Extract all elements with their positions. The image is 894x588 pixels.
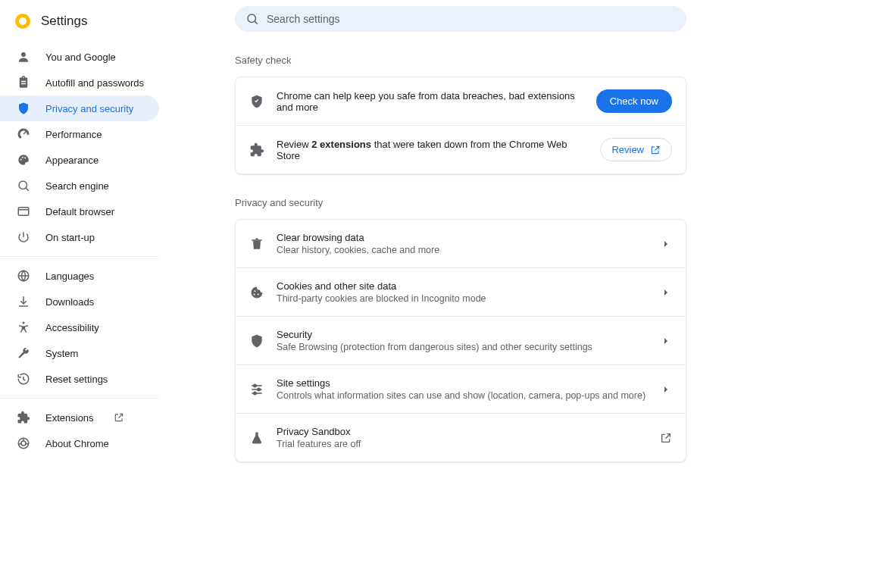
shield-icon <box>249 333 264 349</box>
privacy-row-sandbox[interactable]: Privacy SandboxTrial features are off <box>236 413 686 461</box>
sidebar-item-privacy[interactable]: Privacy and security <box>0 95 159 121</box>
sidebar-item-label: Default browser <box>45 206 114 217</box>
sidebar-item-label: Privacy and security <box>45 103 133 114</box>
svg-point-9 <box>23 322 25 324</box>
svg-point-14 <box>255 290 256 292</box>
sidebar-item-label: About Chrome <box>45 438 109 449</box>
wrench-icon <box>17 346 30 360</box>
chrome-logo-icon <box>15 14 30 29</box>
svg-point-3 <box>24 157 26 158</box>
svg-point-21 <box>258 388 260 390</box>
open-external-icon <box>114 412 124 423</box>
check-now-button[interactable]: Check now <box>596 89 672 113</box>
sidebar-item-performance[interactable]: Performance <box>0 121 159 147</box>
svg-point-20 <box>254 384 256 386</box>
search-bar[interactable] <box>235 6 686 32</box>
row-title: Site settings <box>277 377 648 389</box>
nav-separator <box>0 256 159 257</box>
row-title: Cookies and other site data <box>277 280 648 292</box>
sidebar-item-downloads[interactable]: Downloads <box>0 289 159 314</box>
privacy-section-card: Clear browsing dataClear history, cookie… <box>235 219 686 462</box>
row-subtitle: Third-party cookies are blocked in Incog… <box>277 293 648 304</box>
sidebar-item-appearance[interactable]: Appearance <box>0 147 159 173</box>
sidebar-item-label: System <box>45 348 78 359</box>
search-icon <box>245 12 259 26</box>
sidebar-item-label: Extensions <box>45 412 94 424</box>
sidebar-item-label: Appearance <box>45 155 98 166</box>
history-icon <box>17 372 30 386</box>
search-input[interactable] <box>267 13 676 25</box>
privacy-row-cookies[interactable]: Cookies and other site dataThird-party c… <box>236 267 686 316</box>
sidebar-item-label: Accessibility <box>45 322 99 333</box>
sidebar-item-startup[interactable]: On start-up <box>0 224 159 250</box>
chrome-icon <box>17 436 30 450</box>
chevron-right-icon <box>660 238 672 250</box>
svg-point-22 <box>254 392 256 394</box>
sidebar-item-reset[interactable]: Reset settings <box>0 366 159 392</box>
open-external-icon <box>650 145 661 155</box>
privacy-row-site[interactable]: Site settingsControls what information s… <box>236 364 686 413</box>
accessibility-icon <box>17 321 30 334</box>
window-icon <box>17 205 30 218</box>
sidebar-item-defaultbrowser[interactable]: Default browser <box>0 199 159 224</box>
chevron-right-icon <box>660 383 672 396</box>
sidebar-item-label: Languages <box>45 271 94 282</box>
safety-check-ext-text: Review 2 extensions that were taken down… <box>277 139 588 161</box>
safety-check-row-extensions: Review 2 extensions that were taken down… <box>236 125 686 174</box>
download-icon <box>17 295 30 308</box>
search-icon <box>17 179 30 192</box>
sidebar-item-system[interactable]: System <box>0 340 159 366</box>
sidebar-item-label: Autofill and passwords <box>45 77 144 89</box>
sidebar-item-label: Performance <box>45 129 102 140</box>
safety-check-row-main: Chrome can help keep you safe from data … <box>236 77 686 125</box>
row-title: Clear browsing data <box>277 232 648 243</box>
sidebar-item-languages[interactable]: Languages <box>0 263 159 289</box>
flask-icon <box>249 430 264 446</box>
svg-point-15 <box>254 293 255 295</box>
shield-icon <box>17 102 30 115</box>
svg-line-13 <box>255 21 257 23</box>
sidebar: Settings You and GoogleAutofill and pass… <box>0 0 197 588</box>
sidebar-item-about[interactable]: About Chrome <box>0 430 159 456</box>
sidebar-item-extensions[interactable]: Extensions <box>0 405 159 430</box>
trash-icon <box>249 236 264 252</box>
chevron-right-icon <box>660 286 672 299</box>
safety-check-card: Chrome can help keep you safe from data … <box>235 77 686 174</box>
sidebar-item-accessibility[interactable]: Accessibility <box>0 314 159 340</box>
privacy-section-heading: Privacy and security <box>235 197 864 208</box>
sidebar-item-label: You and Google <box>45 52 116 63</box>
open-external-icon <box>660 432 672 444</box>
svg-line-5 <box>26 188 28 190</box>
power-icon <box>17 230 30 244</box>
row-title: Security <box>277 329 648 340</box>
tune-icon <box>249 382 264 397</box>
sidebar-nav: You and GoogleAutofill and passwordsPriv… <box>0 39 197 461</box>
row-subtitle: Clear history, cookies, cache and more <box>277 245 648 255</box>
sidebar-item-label: Search engine <box>45 180 109 192</box>
sidebar-item-label: On start-up <box>45 232 95 243</box>
svg-point-12 <box>248 14 256 23</box>
brand: Settings <box>0 9 197 39</box>
assignment-icon <box>17 76 30 89</box>
svg-point-2 <box>22 157 23 158</box>
sidebar-item-label: Reset settings <box>45 374 108 385</box>
privacy-row-clear[interactable]: Clear browsing dataClear history, cookie… <box>236 220 686 267</box>
cookie-icon <box>249 285 264 300</box>
svg-point-11 <box>21 441 26 446</box>
sidebar-item-autofill[interactable]: Autofill and passwords <box>0 70 159 95</box>
puzzle-icon <box>249 142 264 158</box>
privacy-row-security[interactable]: SecuritySafe Browsing (protection from d… <box>236 316 686 364</box>
row-title: Privacy Sandbox <box>277 426 648 437</box>
review-extensions-button[interactable]: Review <box>600 138 672 161</box>
svg-point-1 <box>20 159 22 161</box>
page-title: Settings <box>41 14 87 29</box>
palette-icon <box>17 153 30 167</box>
sidebar-item-search[interactable]: Search engine <box>0 173 159 199</box>
row-subtitle: Trial features are off <box>277 439 648 449</box>
puzzle-icon <box>17 411 30 424</box>
sidebar-item-you[interactable]: You and Google <box>0 44 159 70</box>
shield-check-icon <box>249 94 264 109</box>
main-content: Safety check Chrome can help keep you sa… <box>197 0 894 588</box>
sidebar-item-label: Downloads <box>45 296 94 308</box>
safety-check-heading: Safety check <box>235 55 864 66</box>
